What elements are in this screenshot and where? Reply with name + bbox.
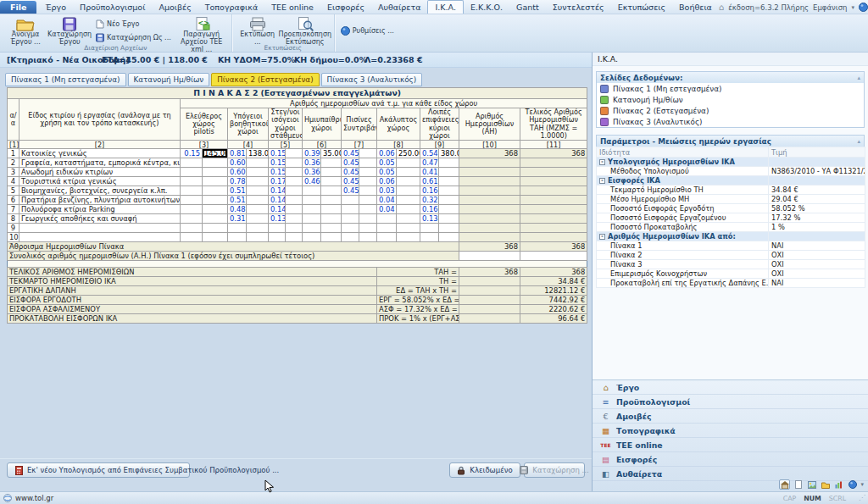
grid-cell[interactable]: 0.46 [303,177,321,186]
grid-cell[interactable] [203,177,228,186]
settings-button[interactable]: Ρυθμίσεις ... [338,25,397,36]
grid-cell[interactable]: 0.60 [228,168,247,177]
building-kind-cell[interactable] [19,224,181,233]
grid-cell[interactable]: 0.05 [377,168,397,177]
param-value-cell[interactable] [769,232,865,241]
grid-cell[interactable]: 0.45 [342,186,359,196]
grid-cell[interactable]: 380.00 [439,149,459,158]
grid-cell[interactable]: 0.39 [303,149,321,158]
grid-cell[interactable]: 0.45 [342,177,359,186]
image-mini-icon[interactable] [806,479,817,490]
table-tab[interactable]: Πίνακας 2 (Εστεγασμένα) [211,73,319,86]
grid-cell[interactable] [181,233,203,242]
table-tab[interactable]: Πίνακας 3 (Αναλυτικός) [321,73,423,86]
param-label-cell[interactable]: -Μέσο Ημερομίσθιο ΜΗ [597,195,769,204]
nav-item[interactable]: TEE ΤΕΕ online [593,438,868,452]
grid-cell[interactable]: 0.14 [269,205,286,214]
grid-cell[interactable] [359,186,377,196]
building-kind-cell[interactable]: Πρατήρια βενζίνης, πλυντήρια αυτοκινήτων [19,196,181,205]
grid-cell[interactable] [286,205,303,214]
grid-cell[interactable]: 0.16 [420,186,439,196]
grid-cell[interactable] [181,186,203,196]
grid-cell[interactable] [439,233,459,242]
grid-cell[interactable] [247,168,269,177]
building-kind-cell[interactable] [19,233,181,242]
grid-cell[interactable]: 0.06 [377,177,397,186]
grid-cell[interactable] [203,224,228,233]
param-value-cell[interactable] [769,176,865,186]
save-as-button[interactable]: Καταχώρηση Ως ... [93,32,174,43]
grid-cell[interactable] [397,158,420,168]
grid-cell[interactable] [203,158,228,168]
param-label-cell[interactable]: -Επιμερισμός Κοινοχρήστων [597,269,769,279]
grid-cell[interactable]: 0.13 [420,214,439,224]
param-label-cell[interactable]: -Υπολογισμός Ημερομισθίων ΙΚΑ [597,158,769,167]
grid-cell[interactable]: 0.15 [269,149,286,158]
grid-cell[interactable]: 0.13 [269,214,286,224]
grid-cell[interactable] [247,233,269,242]
grid-cell[interactable] [321,168,342,177]
grid-cell[interactable]: 0.45 [342,158,359,168]
grid-cell[interactable] [321,158,342,168]
grid-cell[interactable]: 0.45 [342,149,359,158]
grid-cell[interactable] [228,224,247,233]
grid-cell[interactable]: 0.03 [377,186,397,196]
param-value-cell[interactable]: ΟΧΙ [769,269,865,279]
data-page-item[interactable]: Πίνακας 2 (Εστεγασμένα) [597,105,864,116]
collapse-minus-icon[interactable]: - [599,159,605,165]
print-button[interactable]: Εκτύπωση ... [236,15,280,47]
data-pages-header[interactable]: Σελίδες Δεδομένων: ▴ [597,72,864,83]
grid-cell[interactable] [342,214,359,224]
grid-cell[interactable] [286,168,303,177]
grid-cell[interactable]: 0.04 [377,196,397,205]
collapse-minus-icon[interactable]: - [599,178,605,184]
grid-cell[interactable]: 0.05 [377,158,397,168]
grid-cell[interactable] [286,214,303,224]
param-label-cell[interactable]: -Προκαταβολή επί της Εργατικής Δαπάνης Ε… [597,279,769,288]
grid-cell[interactable] [321,196,342,205]
grid-cell[interactable]: 0.81 [228,149,247,158]
grid-cell[interactable] [397,177,420,186]
grid-cell[interactable] [359,233,377,242]
grid-cell[interactable] [203,205,228,214]
param-value-cell[interactable] [769,158,865,167]
param-value-cell[interactable]: ΝΑΙ [769,279,865,288]
grid-cell[interactable] [321,186,342,196]
grid-cell[interactable] [439,196,459,205]
grid-cell[interactable] [181,196,203,205]
grid-cell[interactable]: 0.32 [420,196,439,205]
grid-cell[interactable] [181,177,203,186]
grid-cell[interactable] [286,224,303,233]
help-icon[interactable] [859,3,868,12]
params-header[interactable]: Παράμετροι - Μειώσεις ημερών εργασίας ▴ [597,136,864,147]
grid-cell[interactable] [247,205,269,214]
grid-cell[interactable] [203,233,228,242]
param-label-cell[interactable]: -Πίνακα 2 [597,251,769,260]
grid-cell[interactable]: 0.16 [420,205,439,214]
menu-tab[interactable]: Εισφορές [320,1,371,14]
data-page-item[interactable]: Πίνακας 1 (Μη εστεγασμένα) [597,83,864,94]
grid-cell[interactable]: 0.51 [228,186,247,196]
grid-cell[interactable] [203,196,228,205]
menu-tab[interactable]: Βοήθεια [672,1,719,14]
param-label-cell[interactable]: -Αριθμός Ημερομισθίων ΙΚΑ από: [597,232,769,241]
grid-cell[interactable]: 145.00 [203,149,228,158]
grid-cell[interactable] [247,158,269,168]
param-value-cell[interactable]: Ν3863/2010 - ΥΑ Φ11321/2014 [769,167,865,176]
grid-cell[interactable] [342,224,359,233]
menu-tab[interactable]: Τοπογραφικά [198,1,264,14]
grid-cell[interactable] [439,214,459,224]
grid-cell[interactable] [420,224,439,233]
collapse-minus-icon[interactable]: - [599,234,605,240]
param-value-cell[interactable]: 58.052 % [769,204,865,213]
grid-cell[interactable] [203,168,228,177]
menu-tab[interactable]: Έργο [38,1,73,14]
grid-cell[interactable]: 0.15 [269,158,286,168]
param-value-cell[interactable]: 29.04 € [769,195,865,204]
grid-cell[interactable] [359,149,377,158]
collapse-icon[interactable]: ▴ [857,75,860,81]
grid-cell[interactable] [247,177,269,186]
display-menu[interactable]: Εμφάνιση [813,3,847,12]
grid-cell[interactable] [439,205,459,214]
grid-cell[interactable] [228,233,247,242]
